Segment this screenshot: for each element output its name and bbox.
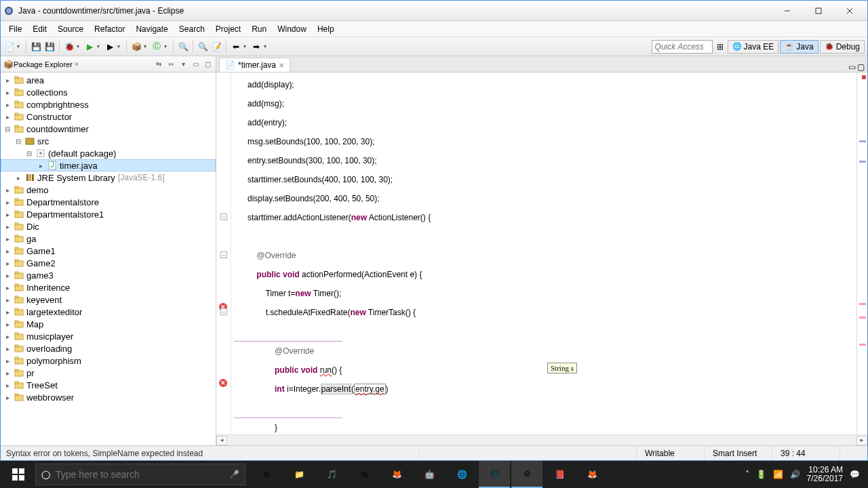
tree-item[interactable]: ▸Inheritence — [1, 281, 216, 293]
chrome-icon[interactable]: 🌐 — [446, 461, 477, 488]
mic-icon[interactable]: 🎤 — [229, 470, 239, 479]
tree-item[interactable]: ▸Constructor — [1, 110, 216, 123]
package-explorer-header: 📦 Package Explorer ✕ ⇆ ⇔ ▾ ▭ ▢ — [1, 56, 216, 73]
app-icon[interactable]: 📕 — [544, 461, 575, 488]
minimize-editor-icon[interactable]: ▭ — [848, 62, 856, 72]
scroll-right-icon[interactable]: ► — [856, 436, 867, 445]
coverage-icon[interactable]: ▶ — [104, 41, 116, 53]
run-icon[interactable]: ▶ — [83, 41, 96, 53]
package-explorer-tree[interactable]: ▸area▸collections▸compbrightness▸Constru… — [1, 73, 216, 445]
svg-rect-63 — [19, 475, 24, 481]
groove-icon[interactable]: 🎵 — [316, 461, 347, 488]
eclipse-icon — [3, 5, 14, 16]
search-icon[interactable]: 🔍 — [197, 41, 209, 53]
tree-item[interactable]: ▸game3 — [1, 269, 216, 281]
minimize-view-icon[interactable]: ▭ — [190, 59, 201, 70]
obs-icon[interactable]: ⚙ — [511, 461, 542, 488]
link-editor-icon[interactable]: ⇔ — [165, 59, 176, 70]
tree-item[interactable]: ⊟src — [1, 135, 216, 147]
maximize-view-icon[interactable]: ▢ — [202, 59, 213, 70]
maximize-editor-icon[interactable]: ▢ — [857, 62, 865, 72]
tree-item[interactable]: ▸Departmentalstore — [1, 196, 216, 208]
code-editor[interactable]: add(display); add(msg); add(entry); msg.… — [231, 73, 856, 434]
tree-item[interactable]: ▸ga — [1, 232, 216, 245]
new-class-icon[interactable]: Ⓒ — [151, 41, 163, 53]
close-button[interactable] — [835, 3, 865, 18]
tray-date[interactable]: 7/26/2017 — [807, 474, 843, 483]
annotation-icon[interactable]: 📝 — [210, 41, 222, 53]
tree-item[interactable]: ▸keyevent — [1, 293, 216, 306]
tree-item[interactable]: ▸largetexteditor — [1, 306, 216, 318]
horizontal-scrollbar[interactable]: ◄ ► — [216, 434, 867, 445]
tree-item[interactable]: ⊟(default package) — [1, 147, 216, 159]
svg-rect-7 — [15, 77, 18, 79]
tree-item[interactable]: ▸area — [1, 74, 216, 86]
menu-window[interactable]: Window — [272, 22, 312, 36]
view-menu-icon[interactable]: ▾ — [178, 59, 189, 70]
start-button[interactable] — [3, 461, 34, 488]
tree-item[interactable]: ▸compbrightness — [1, 98, 216, 110]
back-icon[interactable]: ⬅ — [230, 41, 242, 53]
taskbar-search[interactable]: ◯ 🎤 — [35, 464, 245, 485]
tree-item[interactable]: ⊟countdowntimer — [1, 123, 216, 135]
perspective-javaee[interactable]: 🌐 Java EE — [728, 40, 779, 54]
tree-item[interactable]: ▸overloading — [1, 342, 216, 354]
collapse-all-icon[interactable]: ⇆ — [153, 59, 164, 70]
tree-item[interactable]: ▸TreeSet — [1, 379, 216, 391]
tree-item[interactable]: ▸Departmentalstore1 — [1, 208, 216, 220]
tree-item[interactable]: ▸pr — [1, 367, 216, 379]
save-icon[interactable]: 💾 — [30, 41, 42, 53]
taskbar-search-input[interactable] — [56, 469, 229, 480]
minimize-button[interactable] — [772, 3, 802, 18]
perspective-debug[interactable]: 🐞 Debug — [820, 40, 865, 54]
tree-item[interactable]: ▸Map — [1, 318, 216, 330]
tree-item[interactable]: ▸Game2 — [1, 257, 216, 269]
tree-item[interactable]: ▸webbrowser — [1, 391, 216, 403]
open-perspective-icon[interactable]: ⊞ — [714, 41, 726, 53]
androidstudio-icon[interactable]: 🤖 — [414, 461, 445, 488]
overview-ruler[interactable] — [856, 73, 867, 434]
explorer-icon[interactable]: 📁 — [283, 461, 315, 488]
tree-item[interactable]: ▸Jtimer.java — [1, 159, 216, 171]
close-tab-icon[interactable]: ✕ — [279, 62, 284, 69]
scroll-left-icon[interactable]: ◄ — [216, 436, 227, 445]
new-package-icon[interactable]: 📦 — [130, 41, 142, 53]
svg-rect-31 — [15, 223, 18, 225]
quick-access-input[interactable] — [652, 40, 713, 54]
menu-run[interactable]: Run — [246, 22, 272, 36]
tree-item[interactable]: ▸JRE System Library[JavaSE-1.6] — [1, 171, 216, 184]
notifications-icon[interactable]: 💬 — [850, 470, 860, 479]
volume-icon[interactable]: 🔊 — [790, 470, 800, 479]
menu-project[interactable]: Project — [210, 22, 246, 36]
tree-item[interactable]: ▸Dic — [1, 220, 216, 232]
taskview-icon[interactable]: ⧉ — [251, 461, 282, 488]
firefox2-icon[interactable]: 🦊 — [576, 461, 608, 488]
menu-source[interactable]: Source — [52, 22, 89, 36]
maximize-button[interactable] — [804, 3, 833, 18]
tree-item[interactable]: ▸polymorphism — [1, 354, 216, 367]
menu-search[interactable]: Search — [174, 22, 210, 36]
menu-refactor[interactable]: Refactor — [89, 22, 130, 36]
menu-file[interactable]: File — [3, 22, 27, 36]
tree-item[interactable]: ▸collections — [1, 86, 216, 98]
status-insert: Smart Insert — [705, 446, 772, 460]
menu-navigate[interactable]: Navigate — [130, 22, 173, 36]
store-icon[interactable]: 🛍 — [349, 461, 380, 488]
forward-icon[interactable]: ➡ — [250, 41, 262, 53]
perspective-java[interactable]: ☕ Java — [780, 40, 818, 54]
tree-item[interactable]: ▸Game1 — [1, 245, 216, 257]
wifi-icon[interactable]: 📶 — [773, 470, 783, 479]
tray-up-icon[interactable]: ˄ — [745, 470, 749, 479]
menu-help[interactable]: Help — [312, 22, 340, 36]
tree-item[interactable]: ▸musicplayer — [1, 330, 216, 342]
tree-item[interactable]: ▸demo — [1, 184, 216, 196]
battery-icon[interactable]: 🔋 — [756, 470, 766, 479]
debug-icon[interactable]: 🐞 — [63, 41, 75, 53]
open-type-icon[interactable]: 🔍 — [177, 41, 189, 53]
save-all-icon[interactable]: 💾 — [43, 41, 56, 53]
firefox-icon[interactable]: 🦊 — [381, 461, 412, 488]
eclipse-taskbar-icon[interactable]: 🌑 — [479, 461, 510, 488]
new-icon[interactable]: 📄 — [3, 41, 16, 53]
menu-edit[interactable]: Edit — [27, 22, 52, 36]
tab-timer-java[interactable]: 📄 *timer.java ✕ — [219, 58, 290, 72]
